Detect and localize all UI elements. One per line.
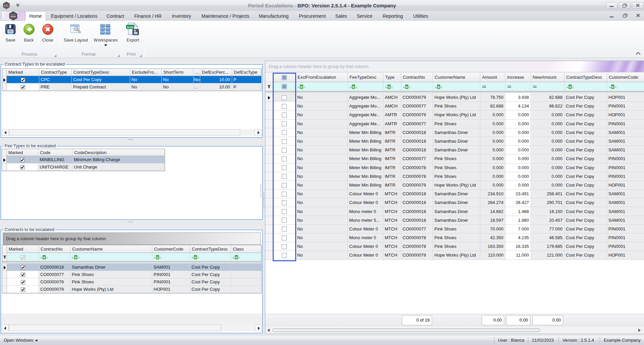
- svg-text:B: B: [235, 256, 237, 259]
- svg-text:A: A: [385, 85, 387, 88]
- svg-text:B: B: [300, 85, 303, 88]
- svg-text:C: C: [304, 85, 306, 88]
- svg-text:C: C: [615, 85, 617, 88]
- svg-text:A: A: [154, 256, 156, 259]
- svg-text:C: C: [238, 256, 240, 259]
- svg-text:A: A: [609, 85, 611, 88]
- svg-text:B: B: [43, 256, 45, 259]
- svg-text:B: B: [437, 85, 440, 88]
- svg-text:B: B: [611, 85, 614, 88]
- svg-text:A: A: [41, 256, 43, 259]
- svg-text:A: A: [403, 85, 405, 88]
- svg-text:C: C: [160, 256, 162, 259]
- svg-text:C: C: [198, 256, 200, 259]
- svg-text:B: B: [156, 256, 159, 259]
- svg-text:C: C: [46, 256, 48, 259]
- svg-text:C: C: [441, 85, 443, 88]
- svg-text:B: B: [74, 256, 77, 259]
- svg-text:A: A: [435, 85, 437, 88]
- svg-text:C: C: [391, 85, 393, 88]
- svg-text:B: B: [388, 85, 390, 88]
- svg-text:C: C: [409, 85, 411, 88]
- svg-text:XLSX: XLSX: [127, 26, 133, 29]
- svg-text:B: B: [352, 85, 355, 88]
- svg-text:A: A: [567, 85, 569, 88]
- svg-text:A: A: [192, 256, 194, 259]
- svg-text:B: B: [194, 256, 197, 259]
- svg-text:A: A: [72, 256, 74, 259]
- svg-text:A: A: [350, 85, 352, 88]
- svg-text:C: C: [356, 85, 358, 88]
- svg-text:B: B: [569, 85, 571, 88]
- svg-text:C: C: [572, 85, 574, 88]
- svg-text:A: A: [298, 85, 300, 88]
- svg-text:A: A: [233, 256, 235, 259]
- svg-text:B: B: [406, 85, 408, 88]
- svg-text:C: C: [78, 256, 80, 259]
